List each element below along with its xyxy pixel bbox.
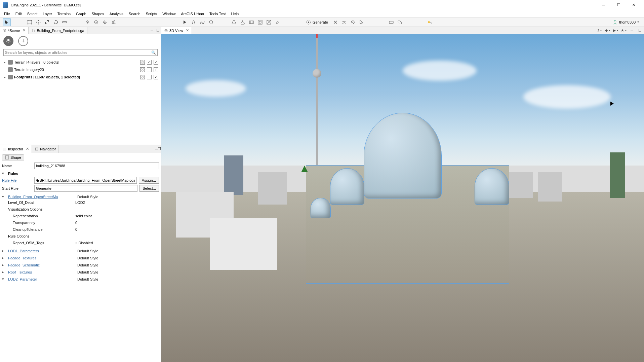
maximize-button[interactable]: ☐ <box>611 0 626 10</box>
visibility-pattern-checkbox[interactable] <box>140 60 145 65</box>
transform-tool-button[interactable] <box>83 18 91 26</box>
minimize-panel-button[interactable]: ─ <box>149 28 155 33</box>
name-input[interactable] <box>34 162 159 169</box>
rotate-tool-button[interactable] <box>52 18 60 26</box>
sun-button[interactable] <box>426 18 434 26</box>
rulefile-input[interactable] <box>34 177 137 184</box>
assign-button[interactable]: Assign... <box>139 177 159 184</box>
generate-button[interactable]: Generate <box>303 19 331 26</box>
menu-tools-test[interactable]: Tools Test <box>207 11 229 16</box>
select-button[interactable]: Select... <box>139 185 159 192</box>
align-tool-button[interactable] <box>110 18 118 26</box>
push-pull-button[interactable] <box>239 18 247 26</box>
polygon-tool-button[interactable] <box>207 18 215 26</box>
rules-section-header[interactable]: ▾ Rules <box>2 171 159 176</box>
group-facade-textures[interactable]: ▸Facade_TexturesDefault Style <box>2 256 159 260</box>
layer-terrain-imagery[interactable]: Terrain Imagery20 <box>3 66 158 73</box>
expand-icon[interactable]: ▸ <box>3 75 7 79</box>
tag-button[interactable] <box>396 18 404 26</box>
menu-arcgis-urban[interactable]: ArcGIS Urban <box>178 11 206 16</box>
edit-shape-button[interactable] <box>230 18 238 26</box>
group-lod1[interactable]: ▸LOD1_ParametersDefault Style <box>2 249 159 253</box>
menu-file[interactable]: File <box>1 11 13 16</box>
visibility-pattern-checkbox[interactable] <box>140 75 145 79</box>
maximize-panel-button[interactable]: ☐ <box>155 28 161 33</box>
bookmark-dropdown-button[interactable]: ▶▼ <box>612 28 619 34</box>
group-facade-schematic[interactable]: ▸Facade_SchematicDefault Style <box>2 263 159 267</box>
play-button[interactable] <box>181 18 189 26</box>
seed-button[interactable] <box>331 18 339 26</box>
move-tool-button[interactable] <box>34 18 42 26</box>
startrule-input[interactable] <box>34 185 137 192</box>
minimize-button[interactable]: ─ <box>596 0 611 10</box>
pointer-button[interactable] <box>358 18 366 26</box>
frame-tool-button[interactable] <box>26 18 34 26</box>
search-icon[interactable]: 🔍 <box>151 50 156 55</box>
shape-tab[interactable]: Shape <box>2 154 24 160</box>
menu-shapes[interactable]: Shapes <box>89 11 107 16</box>
texture-tool-button[interactable] <box>265 18 273 26</box>
locate-tool-button[interactable] <box>101 18 109 26</box>
group-lod2[interactable]: ▾LOD2_ParameterDefault Style <box>2 277 159 281</box>
layers-toggle-button[interactable] <box>3 36 13 46</box>
lock-checkbox[interactable] <box>147 75 152 79</box>
visible-checkbox[interactable] <box>154 75 158 79</box>
menu-window[interactable]: Window <box>160 11 178 16</box>
group-building-from-osm[interactable]: ▾ Building_From_OpenStreetMa Default Sty… <box>2 194 159 199</box>
menu-select[interactable]: Select <box>25 11 40 16</box>
visible-checkbox[interactable] <box>154 67 158 72</box>
tab-3d-close-icon[interactable]: ✕ <box>186 28 189 33</box>
user-account-button[interactable]: thom8300 ▼ <box>610 19 641 26</box>
measure-tool-button[interactable] <box>61 18 69 26</box>
refresh-button[interactable] <box>349 18 357 26</box>
attr-value[interactable]: 0 <box>75 227 159 231</box>
visibility-pattern-checkbox[interactable] <box>140 67 145 72</box>
tab-navigator[interactable]: Navigator <box>32 145 59 153</box>
layer-search[interactable]: 🔍 <box>3 49 158 56</box>
view-minimize-button[interactable]: ─ <box>628 28 636 34</box>
menu-graph[interactable]: Graph <box>73 11 89 16</box>
menu-help[interactable]: Help <box>229 11 242 16</box>
menu-scripts[interactable]: Scripts <box>143 11 160 16</box>
view-maximize-button[interactable]: ☐ <box>636 28 644 34</box>
street-tool-button[interactable] <box>190 18 198 26</box>
menu-layer[interactable]: Layer <box>40 11 55 16</box>
tab-scene-close-icon[interactable]: ✕ <box>23 28 26 33</box>
tab-scene[interactable]: *Scene ✕ <box>0 27 29 34</box>
layers-dropdown-button[interactable]: ◆▼ <box>604 28 611 34</box>
favorite-dropdown-button[interactable]: ★▼ <box>620 28 628 34</box>
layer-search-input[interactable] <box>5 50 151 55</box>
tab-inspector-close-icon[interactable]: ✕ <box>26 147 29 151</box>
share-dropdown-button[interactable]: ⤴▼ <box>596 28 603 34</box>
menu-search[interactable]: Search <box>126 11 143 16</box>
lock-checkbox[interactable] <box>147 60 152 65</box>
scale-tool-button[interactable] <box>43 18 51 26</box>
attr-value[interactable]: × Disabled <box>75 241 159 245</box>
expand-icon[interactable]: ▸ <box>3 60 7 65</box>
shuffle-button[interactable] <box>340 18 348 26</box>
visible-checkbox[interactable] <box>154 60 158 65</box>
minimize-inspector-button[interactable]: ─ <box>155 147 158 151</box>
group-roof-textures[interactable]: ▸Roof_TexturesDefault Style <box>2 270 159 274</box>
split-tool-button[interactable] <box>247 18 255 26</box>
snap-tool-button[interactable] <box>92 18 100 26</box>
layer-terrain[interactable]: ▸ Terrain [4 layers | 0 objects] <box>3 59 158 66</box>
close-button[interactable]: ✕ <box>626 0 641 10</box>
attr-value[interactable]: LOD2 <box>75 201 159 205</box>
attr-value[interactable]: 0 <box>75 221 159 225</box>
menu-terrains[interactable]: Terrains <box>55 11 73 16</box>
tab-3d-view[interactable]: 3D View ✕ <box>161 27 192 34</box>
lock-checkbox[interactable] <box>147 67 152 72</box>
freehand-tool-button[interactable] <box>198 18 206 26</box>
tab-cga-file[interactable]: Building_From_Footprint.cga <box>29 27 87 34</box>
viewport-3d[interactable] <box>161 34 644 362</box>
select-tool-button[interactable] <box>3 18 11 26</box>
add-layer-button[interactable]: + <box>18 36 28 46</box>
menu-analysis[interactable]: Analysis <box>107 11 126 16</box>
eraser-tool-button[interactable] <box>274 18 282 26</box>
offset-tool-button[interactable] <box>256 18 264 26</box>
maximize-inspector-button[interactable]: ☐ <box>158 147 161 151</box>
attr-value[interactable]: solid color <box>75 214 159 218</box>
tab-inspector[interactable]: Inspector ✕ <box>0 145 32 153</box>
layer-footprints[interactable]: ▸ Footprints [11687 objects, 1 selected] <box>3 73 158 81</box>
